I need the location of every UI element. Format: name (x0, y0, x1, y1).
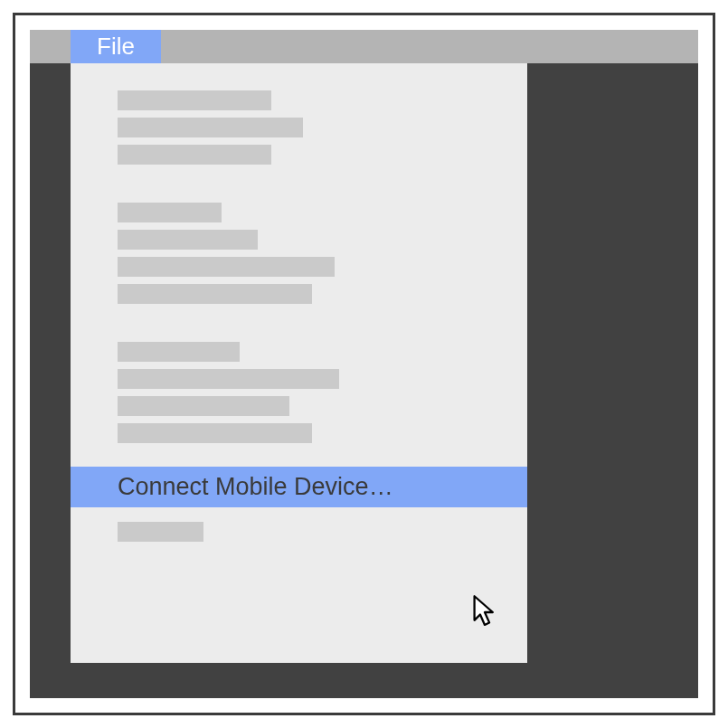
file-dropdown-menu: Connect Mobile Device… (71, 63, 527, 663)
menu-group-4 (71, 522, 527, 542)
menu-item-placeholder[interactable] (118, 118, 303, 137)
menu-group-3 (71, 342, 527, 443)
menubar-file-tab[interactable]: File (71, 30, 161, 63)
menu-item-placeholder[interactable] (118, 369, 339, 389)
menu-item-placeholder[interactable] (118, 145, 271, 165)
window-inner: File (30, 30, 698, 698)
menu-group-1 (71, 90, 527, 165)
menu-item-placeholder[interactable] (118, 522, 203, 542)
menu-item-placeholder[interactable] (118, 230, 258, 250)
menu-item-placeholder[interactable] (118, 396, 289, 416)
menu-item-placeholder[interactable] (118, 203, 222, 222)
menu-item-placeholder[interactable] (118, 342, 240, 362)
menu-item-connect-mobile-device[interactable]: Connect Mobile Device… (71, 467, 527, 507)
menubar: File (30, 30, 698, 63)
window-frame: File (13, 13, 715, 715)
menu-item-placeholder[interactable] (118, 257, 335, 277)
menu-item-placeholder[interactable] (118, 423, 312, 443)
menu-item-placeholder[interactable] (118, 284, 312, 304)
menu-item-placeholder[interactable] (118, 90, 271, 110)
menu-group-2 (71, 203, 527, 304)
